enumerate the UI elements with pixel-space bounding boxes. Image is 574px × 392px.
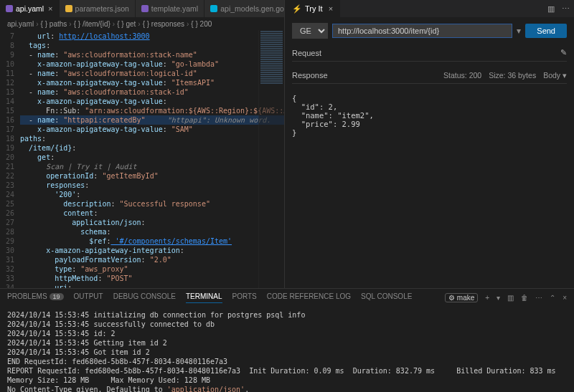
url-input[interactable] bbox=[332, 24, 512, 38]
tab-debug-console[interactable]: DEBUG CONSOLE bbox=[113, 292, 176, 303]
editor-tab[interactable]: api_models.gen.go bbox=[204, 0, 284, 17]
editor-tab-label: parameters.json bbox=[75, 4, 129, 13]
tab-sql-console[interactable]: SQL CONSOLE bbox=[361, 292, 412, 303]
tab-try-it-label: Try It bbox=[305, 4, 323, 13]
editor-tab[interactable]: parameters.json bbox=[60, 0, 136, 17]
close-icon[interactable]: × bbox=[48, 4, 52, 13]
body-toggle[interactable]: Body ▾ bbox=[543, 71, 567, 80]
tab-ports[interactable]: PORTS bbox=[232, 292, 257, 303]
chevron-down-icon[interactable]: ▾ bbox=[517, 26, 521, 36]
trash-icon[interactable]: 🗑 bbox=[521, 294, 528, 302]
breadcrumb-segment[interactable]: api.yaml bbox=[7, 20, 34, 28]
editor-tab-label: api.yaml bbox=[16, 4, 44, 13]
tab-code-reference-log[interactable]: CODE REFERENCE LOG bbox=[267, 292, 351, 303]
editor-tab[interactable]: template.yaml bbox=[136, 0, 204, 17]
edit-icon[interactable]: ✎ bbox=[560, 48, 567, 57]
task-tag[interactable]: ⚙ make bbox=[445, 293, 478, 302]
editor-tab[interactable]: api.yaml× bbox=[0, 0, 60, 17]
side-tab-bar: ⚡ Try It × ▥ ⋯ bbox=[285, 0, 574, 17]
editor-pane: api.yaml×parameters.jsontemplate.yamlapi… bbox=[0, 0, 285, 288]
terminal-tab-bar: PROBLEMS19 OUTPUT DEBUG CONSOLE TERMINAL… bbox=[0, 289, 574, 306]
json-file-icon bbox=[65, 5, 72, 12]
tab-try-it[interactable]: ⚡ Try It × bbox=[285, 0, 340, 17]
code-area[interactable]: url: http://localhost:3000 tags: - name:… bbox=[20, 30, 284, 288]
tab-terminal[interactable]: TERMINAL bbox=[186, 292, 222, 303]
yaml-file-icon bbox=[141, 5, 149, 12]
line-gutter: 7891011121314151617181920212223242526272… bbox=[0, 30, 20, 288]
http-method-select[interactable]: GET bbox=[292, 23, 328, 39]
breadcrumb-segment[interactable]: { } 200 bbox=[191, 20, 212, 28]
response-body[interactable]: { "id": 2, "name": "item2", "price": 2.9… bbox=[292, 90, 567, 137]
chevron-up-icon[interactable]: ⌃ bbox=[550, 294, 555, 302]
breadcrumb[interactable]: api.yaml›{ } paths›{ } /item/{id}›{ } ge… bbox=[0, 17, 284, 30]
new-terminal-icon[interactable]: + bbox=[485, 294, 489, 302]
bottom-panel: PROBLEMS19 OUTPUT DEBUG CONSOLE TERMINAL… bbox=[0, 288, 574, 392]
try-it-panel: ⚡ Try It × ▥ ⋯ GET ▾ Send bbox=[285, 0, 574, 288]
tab-problems[interactable]: PROBLEMS19 bbox=[7, 292, 64, 303]
breadcrumb-segment[interactable]: { } get bbox=[117, 20, 136, 28]
response-section-label: Response bbox=[292, 71, 328, 80]
close-icon[interactable]: × bbox=[329, 4, 333, 13]
more-icon[interactable]: ⋯ bbox=[535, 294, 542, 302]
code-editor[interactable]: 7891011121314151617181920212223242526272… bbox=[0, 30, 284, 288]
breadcrumb-segment[interactable]: { } responses bbox=[143, 20, 184, 28]
terminal-output[interactable]: 2024/10/14 15:53:45 initializing db conn… bbox=[0, 306, 574, 392]
request-section-label: Request bbox=[292, 49, 321, 57]
tab-output[interactable]: OUTPUT bbox=[74, 292, 103, 303]
send-button[interactable]: Send bbox=[525, 24, 567, 38]
editor-tab-label: template.yaml bbox=[151, 4, 198, 13]
editor-tab-label: api_models.gen.go bbox=[220, 4, 284, 13]
thunder-icon: ⚡ bbox=[292, 4, 302, 14]
yaml-file-icon bbox=[6, 5, 13, 12]
status-label: Status: 200 bbox=[443, 71, 481, 80]
minimap[interactable] bbox=[258, 30, 284, 288]
more-icon[interactable]: ⋯ bbox=[562, 4, 570, 14]
breadcrumb-segment[interactable]: { } paths bbox=[41, 20, 67, 28]
go-file-icon bbox=[210, 5, 217, 12]
split-terminal-icon[interactable]: ▥ bbox=[507, 294, 514, 302]
close-panel-icon[interactable]: × bbox=[563, 294, 567, 302]
size-label: Size: 36 bytes bbox=[489, 71, 536, 80]
problems-count-badge: 19 bbox=[50, 293, 64, 300]
chevron-down-icon[interactable]: ▾ bbox=[497, 294, 500, 302]
split-icon[interactable]: ▥ bbox=[547, 4, 555, 14]
breadcrumb-segment[interactable]: { } /item/{id} bbox=[74, 20, 110, 28]
editor-tab-bar: api.yaml×parameters.jsontemplate.yamlapi… bbox=[0, 0, 284, 17]
